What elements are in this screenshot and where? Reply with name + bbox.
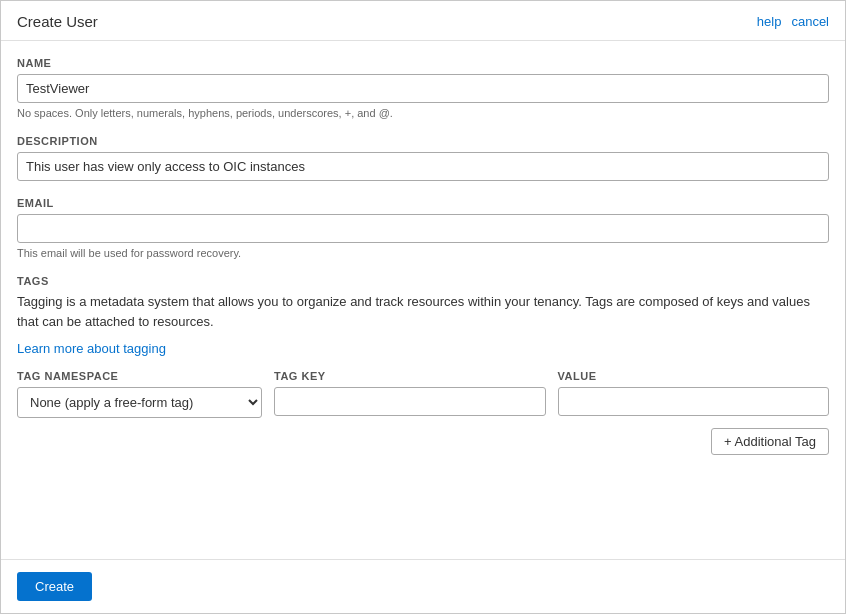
help-link[interactable]: help	[757, 14, 782, 29]
email-label: EMAIL	[17, 197, 829, 209]
name-label: NAME	[17, 57, 829, 69]
tag-namespace-col: TAG NAMESPACE None (apply a free-form ta…	[17, 370, 262, 418]
tags-description: Tagging is a metadata system that allows…	[17, 292, 829, 331]
email-hint: This email will be used for password rec…	[17, 247, 829, 259]
description-label: DESCRIPTION	[17, 135, 829, 147]
header-links: help cancel	[757, 14, 829, 29]
learn-more-link[interactable]: Learn more about tagging	[17, 341, 166, 356]
dialog-title: Create User	[17, 13, 98, 30]
email-input[interactable]	[17, 214, 829, 243]
dialog-footer: Create	[1, 559, 845, 613]
dialog-body: NAME No spaces. Only letters, numerals, …	[1, 41, 845, 559]
namespace-label: TAG NAMESPACE	[17, 370, 262, 382]
additional-tag-button[interactable]: + Additional Tag	[711, 428, 829, 455]
tag-key-input[interactable]	[274, 387, 546, 416]
value-label: VALUE	[558, 370, 830, 382]
tags-section: TAGS Tagging is a metadata system that a…	[17, 275, 829, 455]
tag-value-col: VALUE	[558, 370, 830, 416]
additional-tag-row: + Additional Tag	[17, 428, 829, 455]
namespace-select[interactable]: None (apply a free-form tag)	[17, 387, 262, 418]
create-button[interactable]: Create	[17, 572, 92, 601]
tag-value-input[interactable]	[558, 387, 830, 416]
description-input[interactable]	[17, 152, 829, 181]
tag-key-col: TAG KEY	[274, 370, 546, 416]
tag-row: TAG NAMESPACE None (apply a free-form ta…	[17, 370, 829, 418]
create-user-dialog: Create User help cancel NAME No spaces. …	[0, 0, 846, 614]
dialog-header: Create User help cancel	[1, 1, 845, 41]
description-field-group: DESCRIPTION	[17, 135, 829, 181]
cancel-link[interactable]: cancel	[791, 14, 829, 29]
key-label: TAG KEY	[274, 370, 546, 382]
name-field-group: NAME No spaces. Only letters, numerals, …	[17, 57, 829, 119]
name-hint: No spaces. Only letters, numerals, hyphe…	[17, 107, 829, 119]
name-input[interactable]	[17, 74, 829, 103]
email-field-group: EMAIL This email will be used for passwo…	[17, 197, 829, 259]
tags-label: TAGS	[17, 275, 829, 287]
